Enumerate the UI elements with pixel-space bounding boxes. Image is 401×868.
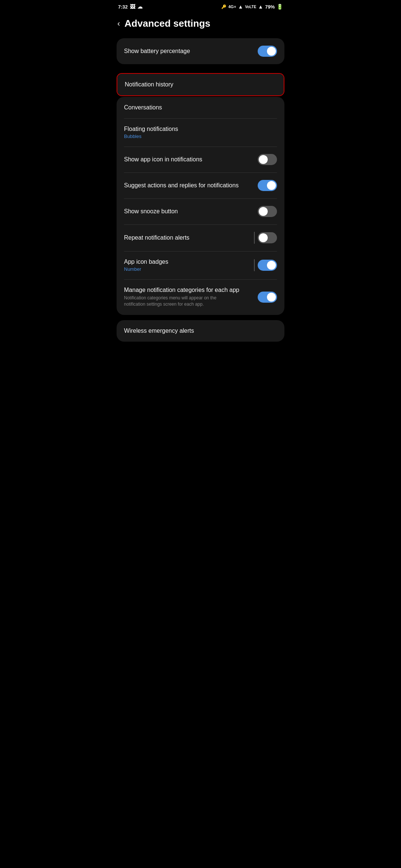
suggest-actions-row[interactable]: Suggest actions and replies for notifica… [117, 172, 284, 198]
status-right: 🔑 4G+ ▲ VoLTE ▲ 79% 🔋 [221, 4, 283, 10]
show-battery-percentage-row[interactable]: Show battery percentage [117, 38, 284, 64]
manage-categories-description: Notification categories menu will appear… [124, 295, 228, 308]
wireless-emergency-label: Wireless emergency alerts [124, 328, 277, 334]
back-button[interactable]: ‹ [117, 19, 120, 29]
battery-percentage-card: Show battery percentage [117, 38, 284, 64]
floating-notifications-sublabel: Bubbles [124, 134, 277, 139]
signal2-icon: ▲ [258, 4, 263, 10]
network-icon: 4G+ [228, 4, 236, 9]
show-battery-label: Show battery percentage [124, 48, 258, 55]
show-snooze-label: Show snooze button [124, 208, 258, 215]
toggle-knob [267, 261, 276, 270]
show-snooze-row[interactable]: Show snooze button [117, 198, 284, 224]
app-icon-badges-row[interactable]: App icon badges Number [117, 251, 284, 279]
show-app-icon-row[interactable]: Show app icon in notifications [117, 147, 284, 172]
floating-notifications-label: Floating notifications [124, 126, 277, 132]
repeat-alerts-label: Repeat notification alerts [124, 234, 254, 241]
notification-history-label: Notification history [125, 81, 276, 88]
battery-percentage: 79% [265, 4, 275, 10]
suggest-actions-toggle[interactable] [258, 180, 277, 191]
app-icon-badges-toggle[interactable] [258, 260, 277, 271]
page-title: Advanced settings [124, 18, 210, 29]
show-app-icon-label: Show app icon in notifications [124, 156, 258, 163]
cloud-icon: ☁ [137, 4, 143, 10]
app-icon-badges-sublabel: Number [124, 266, 254, 272]
status-left: 7:32 🖼 ☁ [118, 4, 143, 10]
suggest-actions-label: Suggest actions and replies for notifica… [124, 182, 258, 189]
manage-categories-row[interactable]: Manage notification categories for each … [117, 279, 284, 315]
app-icon-badges-label: App icon badges [124, 259, 254, 265]
repeat-alerts-row[interactable]: Repeat notification alerts [117, 224, 284, 251]
toggle-knob [267, 47, 276, 56]
main-settings-card: Conversations Floating notifications Bub… [117, 97, 284, 315]
toggle-knob [267, 293, 276, 302]
wireless-emergency-row[interactable]: Wireless emergency alerts [117, 320, 284, 342]
notification-history-highlight: Notification history [117, 73, 284, 96]
photo-icon: 🖼 [130, 4, 135, 10]
signal-icon: ▲ [238, 4, 243, 10]
conversations-label: Conversations [124, 104, 277, 111]
toggle-knob [259, 233, 268, 242]
conversations-row[interactable]: Conversations [117, 97, 284, 118]
manage-categories-toggle[interactable] [258, 292, 277, 303]
toggle-knob [259, 155, 268, 164]
status-bar: 7:32 🖼 ☁ 🔑 4G+ ▲ VoLTE ▲ 79% 🔋 [111, 0, 290, 12]
toggle-knob [267, 181, 276, 190]
toggle-knob [259, 207, 268, 216]
status-time: 7:32 [118, 4, 128, 10]
show-app-icon-toggle[interactable] [258, 154, 277, 165]
show-snooze-toggle[interactable] [258, 206, 277, 217]
show-battery-toggle[interactable] [258, 46, 277, 57]
repeat-alerts-toggle[interactable] [258, 232, 277, 243]
key-icon: 🔑 [221, 4, 226, 9]
floating-notifications-row[interactable]: Floating notifications Bubbles [117, 118, 284, 147]
wireless-emergency-card: Wireless emergency alerts [117, 320, 284, 342]
header: ‹ Advanced settings [111, 12, 290, 38]
battery-icon: 🔋 [277, 4, 283, 10]
notification-history-row[interactable]: Notification history [117, 74, 284, 95]
volte-icon: VoLTE [245, 5, 256, 9]
manage-categories-label: Manage notification categories for each … [124, 287, 253, 293]
